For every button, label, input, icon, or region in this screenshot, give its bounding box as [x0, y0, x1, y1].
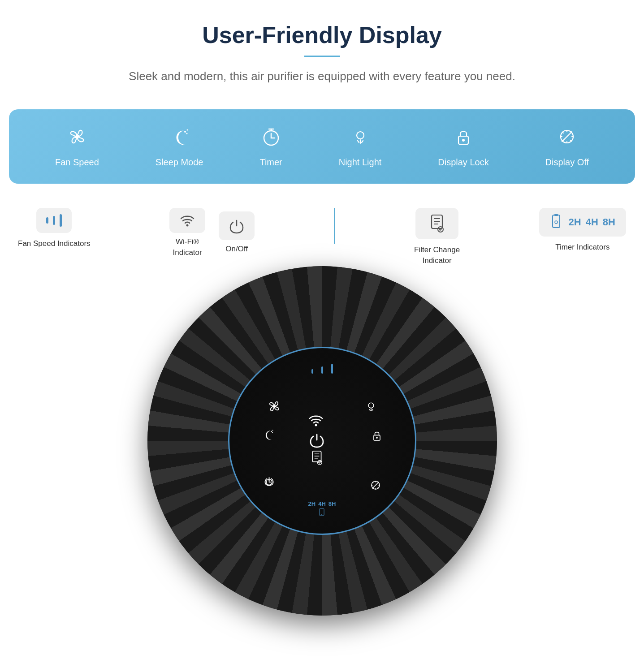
center-connector: [334, 208, 335, 244]
wifi-indicator-box: [169, 208, 205, 233]
speed-bar-2: [53, 216, 55, 225]
speed-bar-3: [60, 214, 62, 227]
timer-indicator-group: 2H 4H 8H Timer Indicators: [539, 208, 626, 253]
fan-speed-indicator-box: [36, 208, 72, 233]
onoff-indicator-item: On/Off: [219, 211, 255, 254]
indicators-row: Fan Speed Indicators Wi-Fi®Indicator: [4, 194, 640, 266]
svg-point-36: [322, 514, 323, 515]
panel-fan-icon[interactable]: [266, 398, 282, 414]
panel-8h: 8H: [328, 500, 336, 507]
panel-timer-indicators: 2H 4H 8H: [308, 500, 336, 516]
timer-indicator-label: Timer Indicators: [555, 242, 609, 253]
device-container: 2H 4H 8H: [147, 266, 497, 616]
outer-ring: 2H 4H 8H: [147, 266, 497, 616]
control-panel-inner: 2H 4H 8H: [237, 356, 407, 526]
svg-point-32: [376, 437, 378, 439]
display-lock-icon: [452, 125, 475, 151]
panel-light-icon[interactable]: [364, 398, 378, 414]
wifi-indicator-item: Wi-Fi®Indicator: [169, 208, 205, 258]
panel-bar-1: [311, 369, 313, 374]
timer-indicator-box: 2H 4H 8H: [539, 208, 626, 237]
timer-2h: 2H: [569, 216, 581, 228]
panel-lock-icon[interactable]: [370, 427, 384, 444]
panel-power-icon[interactable]: [309, 432, 325, 448]
panel-sleep-icon[interactable]: [260, 427, 275, 442]
svg-point-10: [186, 224, 189, 227]
divider: [304, 56, 340, 57]
svg-point-19: [273, 405, 275, 407]
timer-8h: 8H: [603, 216, 615, 228]
svg-point-3: [186, 133, 188, 134]
feature-night-light: Night Light: [339, 125, 382, 168]
feature-fan-speed: Fan Speed: [55, 125, 99, 168]
page-title: User-Friendly Display: [90, 22, 554, 48]
fan-speed-indicator-group: Fan Speed Indicators: [18, 208, 91, 249]
fan-speed-indicator-label: Fan Speed Indicators: [18, 238, 91, 249]
svg-point-0: [76, 135, 78, 138]
svg-point-30: [368, 403, 374, 408]
panel-timer-icon[interactable]: [264, 476, 278, 490]
svg-point-7: [462, 139, 465, 142]
filter-indicator-label: Filter ChangeIndicator: [414, 245, 460, 266]
center-line: [334, 208, 335, 244]
product-section: 2H 4H 8H: [0, 266, 644, 633]
fan-speed-label: Fan Speed: [55, 157, 99, 168]
wifi-indicator-label: Wi-Fi®Indicator: [173, 237, 202, 258]
feature-banner: Fan Speed Sleep Mode Timer: [9, 109, 635, 184]
fan-speed-icon: [66, 125, 88, 151]
timer-label: Timer: [259, 157, 282, 168]
display-off-icon: [556, 125, 578, 151]
sleep-mode-icon: [168, 125, 190, 151]
wifi-onoff-group: Wi-Fi®Indicator On/Off: [169, 208, 255, 258]
svg-point-5: [357, 132, 364, 139]
svg-rect-17: [554, 214, 558, 216]
svg-point-24: [315, 424, 317, 426]
panel-4h: 4H: [318, 500, 326, 507]
panel-bar-2: [321, 366, 323, 374]
feature-display-lock: Display Lock: [438, 125, 488, 168]
panel-wifi-icon[interactable]: [308, 414, 324, 426]
svg-point-22: [272, 432, 272, 433]
night-light-icon: [349, 125, 372, 151]
timer-hours: 2H 4H 8H: [569, 216, 615, 228]
display-off-label: Display Off: [545, 157, 589, 168]
onoff-indicator-label: On/Off: [225, 244, 248, 254]
panel-phone-timer: [319, 508, 325, 516]
filter-indicator-group: Filter ChangeIndicator: [414, 208, 460, 266]
panel-bar-3: [331, 364, 333, 374]
panel-2h: 2H: [308, 500, 316, 507]
svg-point-2: [187, 129, 188, 131]
wifi-onoff-container: Wi-Fi®Indicator On/Off: [169, 208, 255, 258]
timer-4h: 4H: [586, 216, 598, 228]
display-lock-label: Display Lock: [438, 157, 488, 168]
onoff-indicator-box: [219, 211, 255, 240]
feature-sleep-mode: Sleep Mode: [156, 125, 203, 168]
sleep-mode-label: Sleep Mode: [156, 157, 203, 168]
speed-bar-1: [46, 217, 48, 224]
panel-display-off-icon[interactable]: [368, 478, 383, 492]
panel-timer-row-1: 2H 4H 8H: [308, 500, 336, 507]
svg-point-1: [184, 131, 186, 133]
filter-indicator-box: [415, 208, 458, 239]
page-subtitle: Sleek and modern, this air purifier is e…: [90, 68, 554, 85]
control-panel: 2H 4H 8H: [228, 347, 416, 535]
svg-point-21: [272, 430, 273, 431]
svg-rect-16: [553, 215, 560, 228]
feature-timer: Timer: [259, 125, 282, 168]
timer-icon: [260, 125, 282, 151]
svg-point-20: [271, 431, 272, 432]
feature-display-off: Display Off: [545, 125, 589, 168]
svg-point-18: [555, 221, 558, 224]
panel-speed-indicators: [311, 364, 333, 374]
panel-filter-icon[interactable]: [310, 450, 324, 466]
night-light-label: Night Light: [339, 157, 382, 168]
page-header: User-Friendly Display Sleek and modern, …: [0, 0, 644, 99]
